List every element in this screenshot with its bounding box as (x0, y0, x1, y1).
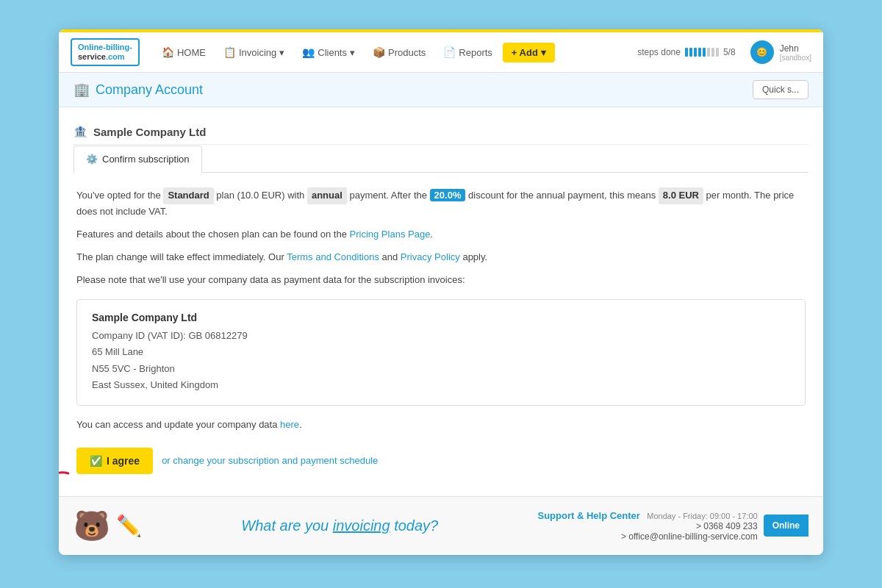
online-button[interactable]: Online (764, 514, 808, 537)
privacy-link[interactable]: Privacy Policy (401, 251, 460, 262)
checkmark-icon: ✅ (90, 455, 102, 467)
terms-link[interactable]: Terms and Conditions (287, 251, 379, 262)
step-2 (689, 48, 692, 57)
chevron-down-icon: ▾ (541, 47, 546, 58)
terms-text: The plan change will take effect immedia… (76, 250, 806, 265)
features-text: Features and details about the chosen pl… (76, 227, 806, 243)
change-subscription-link[interactable]: or change your subscription and payment … (162, 455, 378, 466)
payment-type-badge: annual (307, 187, 347, 204)
building-icon: 🏢 (74, 82, 90, 98)
nav-invoicing[interactable]: 📋 Invoicing ▾ (216, 42, 292, 62)
nav-home[interactable]: 🏠 HOME (154, 42, 213, 62)
quick-search-button[interactable]: Quick s... (753, 80, 808, 99)
nav-reports[interactable]: 📄 Reports (436, 42, 500, 62)
content-section: You've opted for the Standard plan (10.0… (74, 187, 808, 473)
plan-badge: Standard (163, 187, 213, 204)
company-address2: N55 5VC - Brighton (92, 361, 790, 377)
footer-tagline: What are you invoicing today? (241, 517, 438, 534)
company-address3: East Sussex, United Kingdom (92, 377, 790, 393)
settings-icon: ⚙️ (86, 154, 98, 165)
home-icon: 🏠 (162, 46, 174, 58)
company-info-box: Sample Company Ltd Company ID (VAT ID): … (76, 299, 806, 405)
footer-support: Support & Help Center Monday - Friday: 0… (537, 510, 757, 542)
step-3 (694, 48, 697, 57)
clients-icon: 👥 (302, 46, 315, 58)
company-info-name: Sample Company Ltd (92, 312, 790, 323)
company-vat: Company ID (VAT ID): GB 06812279 (92, 328, 790, 344)
nav-products[interactable]: 📦 Products (365, 42, 433, 62)
user-area: 😊 Jehn [sandbox] (750, 40, 811, 64)
footer: 🐻 ✏️ What are you invoicing today? Suppo… (59, 496, 823, 555)
tabs: ⚙️ Confirm subscription (74, 145, 808, 173)
chevron-down-icon: ▾ (350, 47, 355, 58)
step-6 (707, 48, 710, 57)
step-7 (711, 48, 714, 57)
logo[interactable]: Online-billing- service.com (71, 38, 140, 66)
update-here-link[interactable]: here (280, 419, 299, 430)
steps-done: steps done 5/8 (637, 47, 735, 57)
tab-confirm-subscription[interactable]: ⚙️ Confirm subscription (74, 146, 202, 173)
step-1 (685, 48, 688, 57)
plan-info-text: You've opted for the Standard plan (10.0… (76, 187, 806, 220)
btn-row: ✅ I agree or change your subscription an… (76, 448, 806, 474)
pencil-icon: ✏️ (116, 514, 142, 538)
main-content: 🏦 Sample Company Ltd ⚙️ Confirm subscrip… (59, 107, 823, 495)
invoice-icon: 📋 (223, 46, 236, 58)
step-5 (703, 48, 706, 57)
footer-mascot: 🐻 ✏️ (74, 509, 142, 543)
payment-data-text: Please note that we'll use your company … (76, 273, 806, 288)
chevron-down-icon: ▾ (279, 47, 284, 58)
update-text: You can access and update your company d… (76, 417, 806, 433)
page-title: 🏢 Company Account (74, 82, 203, 98)
steps-bars (685, 48, 719, 57)
company-icon: 🏦 (74, 125, 87, 138)
user-info: Jehn [sandbox] (780, 43, 811, 62)
avatar: 😊 (750, 40, 774, 64)
nav-clients[interactable]: 👥 Clients ▾ (295, 42, 362, 62)
products-icon: 📦 (373, 46, 385, 58)
company-address1: 65 Mill Lane (92, 344, 790, 360)
agree-button[interactable]: ✅ I agree (76, 448, 153, 474)
reports-icon: 📄 (443, 46, 456, 58)
nav-add-button[interactable]: + Add ▾ (503, 43, 555, 62)
navbar: Online-billing- service.com 🏠 HOME 📋 Inv… (59, 32, 823, 73)
discount-badge: 20.0% (430, 189, 466, 201)
price-badge: 8.0 EUR (659, 187, 703, 204)
red-arrow-annotation (59, 462, 76, 506)
pricing-plans-link[interactable]: Pricing Plans Page (350, 229, 431, 240)
page-header: 🏢 Company Account Quick s... (59, 73, 823, 107)
btn-row-wrapper: ✅ I agree or change your subscription an… (76, 448, 806, 474)
step-8 (716, 48, 719, 57)
mascot-image: 🐻 (74, 509, 110, 543)
company-header: 🏦 Sample Company Ltd (74, 119, 808, 145)
step-4 (698, 48, 701, 57)
nav-links: 🏠 HOME 📋 Invoicing ▾ 👥 Clients ▾ 📦 Produ… (154, 42, 617, 62)
